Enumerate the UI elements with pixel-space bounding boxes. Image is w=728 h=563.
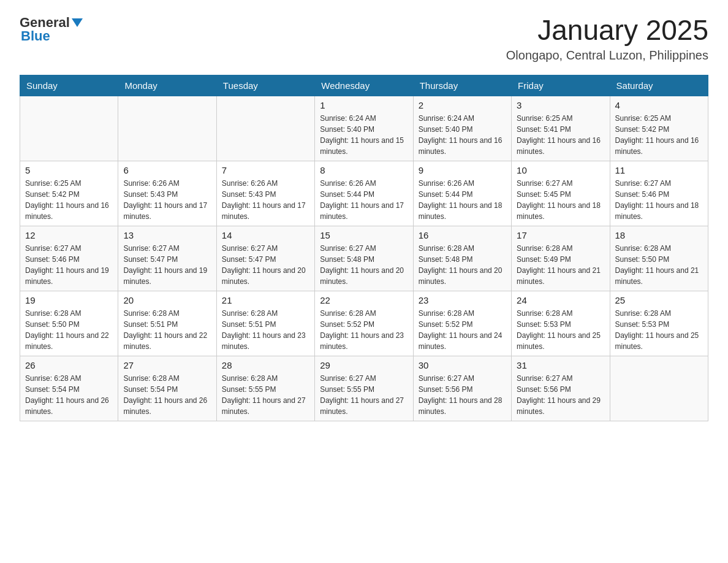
day-info: Sunrise: 6:28 AMSunset: 5:52 PMDaylight:… xyxy=(320,308,408,352)
day-info: Sunrise: 6:26 AMSunset: 5:44 PMDaylight:… xyxy=(419,178,506,222)
calendar-cell: 4Sunrise: 6:25 AMSunset: 5:42 PMDaylight… xyxy=(610,96,708,161)
calendar-header-tuesday: Tuesday xyxy=(216,75,314,96)
day-number: 28 xyxy=(222,360,309,370)
calendar-cell: 30Sunrise: 6:27 AMSunset: 5:56 PMDayligh… xyxy=(413,356,511,421)
day-info: Sunrise: 6:27 AMSunset: 5:47 PMDaylight:… xyxy=(123,243,211,287)
day-info: Sunrise: 6:27 AMSunset: 5:46 PMDaylight:… xyxy=(615,178,703,222)
day-number: 15 xyxy=(320,230,408,240)
calendar-cell: 9Sunrise: 6:26 AMSunset: 5:44 PMDaylight… xyxy=(413,161,511,226)
day-number: 29 xyxy=(320,360,408,370)
calendar-cell: 12Sunrise: 6:27 AMSunset: 5:46 PMDayligh… xyxy=(20,226,118,291)
calendar-cell: 10Sunrise: 6:27 AMSunset: 5:45 PMDayligh… xyxy=(512,161,610,226)
day-number: 23 xyxy=(419,295,506,305)
calendar-table: SundayMondayTuesdayWednesdayThursdayFrid… xyxy=(20,75,708,421)
svg-marker-0 xyxy=(72,18,83,27)
day-number: 7 xyxy=(222,165,309,175)
day-info: Sunrise: 6:28 AMSunset: 5:50 PMDaylight:… xyxy=(25,308,113,352)
calendar-cell xyxy=(118,96,216,161)
day-info: Sunrise: 6:28 AMSunset: 5:53 PMDaylight:… xyxy=(517,308,604,352)
day-info: Sunrise: 6:27 AMSunset: 5:56 PMDaylight:… xyxy=(419,373,506,417)
calendar-cell xyxy=(20,96,118,161)
calendar-cell: 2Sunrise: 6:24 AMSunset: 5:40 PMDaylight… xyxy=(413,96,511,161)
calendar-header-thursday: Thursday xyxy=(413,75,511,96)
day-info: Sunrise: 6:25 AMSunset: 5:41 PMDaylight:… xyxy=(517,113,604,157)
calendar-cell: 7Sunrise: 6:26 AMSunset: 5:43 PMDaylight… xyxy=(216,161,314,226)
day-number: 22 xyxy=(320,295,408,305)
day-number: 11 xyxy=(615,165,703,175)
day-info: Sunrise: 6:27 AMSunset: 5:45 PMDaylight:… xyxy=(517,178,604,222)
day-info: Sunrise: 6:25 AMSunset: 5:42 PMDaylight:… xyxy=(615,113,703,157)
day-number: 16 xyxy=(419,230,506,240)
day-number: 18 xyxy=(615,230,703,240)
day-info: Sunrise: 6:28 AMSunset: 5:53 PMDaylight:… xyxy=(615,308,703,352)
logo: General Blue xyxy=(20,15,83,44)
calendar-week-row: 1Sunrise: 6:24 AMSunset: 5:40 PMDaylight… xyxy=(20,96,708,161)
calendar-cell: 17Sunrise: 6:28 AMSunset: 5:49 PMDayligh… xyxy=(512,226,610,291)
location-title: Olongapo, Central Luzon, Philippines xyxy=(506,48,708,63)
day-info: Sunrise: 6:26 AMSunset: 5:43 PMDaylight:… xyxy=(123,178,211,222)
day-info: Sunrise: 6:28 AMSunset: 5:50 PMDaylight:… xyxy=(615,243,703,287)
title-area: January 2025 Olongapo, Central Luzon, Ph… xyxy=(506,15,708,63)
month-title: January 2025 xyxy=(506,15,708,46)
day-number: 26 xyxy=(25,360,113,370)
day-info: Sunrise: 6:28 AMSunset: 5:51 PMDaylight:… xyxy=(222,308,309,352)
day-number: 30 xyxy=(419,360,506,370)
day-number: 19 xyxy=(25,295,113,305)
day-info: Sunrise: 6:27 AMSunset: 5:46 PMDaylight:… xyxy=(25,243,113,287)
calendar-cell xyxy=(216,96,314,161)
day-info: Sunrise: 6:28 AMSunset: 5:49 PMDaylight:… xyxy=(517,243,604,287)
calendar-cell: 19Sunrise: 6:28 AMSunset: 5:50 PMDayligh… xyxy=(20,291,118,356)
calendar-cell: 24Sunrise: 6:28 AMSunset: 5:53 PMDayligh… xyxy=(512,291,610,356)
day-number: 6 xyxy=(123,165,211,175)
calendar-cell: 25Sunrise: 6:28 AMSunset: 5:53 PMDayligh… xyxy=(610,291,708,356)
calendar-cell: 29Sunrise: 6:27 AMSunset: 5:55 PMDayligh… xyxy=(315,356,413,421)
calendar-cell: 11Sunrise: 6:27 AMSunset: 5:46 PMDayligh… xyxy=(610,161,708,226)
day-info: Sunrise: 6:28 AMSunset: 5:48 PMDaylight:… xyxy=(419,243,506,287)
calendar-week-row: 12Sunrise: 6:27 AMSunset: 5:46 PMDayligh… xyxy=(20,226,708,291)
calendar-header-saturday: Saturday xyxy=(610,75,708,96)
calendar-header-friday: Friday xyxy=(512,75,610,96)
calendar-cell: 6Sunrise: 6:26 AMSunset: 5:43 PMDaylight… xyxy=(118,161,216,226)
calendar-cell: 1Sunrise: 6:24 AMSunset: 5:40 PMDaylight… xyxy=(315,96,413,161)
day-info: Sunrise: 6:27 AMSunset: 5:48 PMDaylight:… xyxy=(320,243,408,287)
day-number: 8 xyxy=(320,165,408,175)
day-info: Sunrise: 6:26 AMSunset: 5:43 PMDaylight:… xyxy=(222,178,309,222)
day-number: 27 xyxy=(123,360,211,370)
day-number: 9 xyxy=(419,165,506,175)
calendar-header-sunday: Sunday xyxy=(20,75,118,96)
day-number: 4 xyxy=(615,100,703,110)
calendar-cell: 5Sunrise: 6:25 AMSunset: 5:42 PMDaylight… xyxy=(20,161,118,226)
day-number: 17 xyxy=(517,230,604,240)
calendar-header-monday: Monday xyxy=(118,75,216,96)
calendar-cell: 8Sunrise: 6:26 AMSunset: 5:44 PMDaylight… xyxy=(315,161,413,226)
calendar-cell xyxy=(610,356,708,421)
page-header: General Blue January 2025 Olongapo, Cent… xyxy=(20,15,708,63)
logo-blue-text: Blue xyxy=(21,28,50,44)
day-number: 3 xyxy=(517,100,604,110)
calendar-cell: 18Sunrise: 6:28 AMSunset: 5:50 PMDayligh… xyxy=(610,226,708,291)
day-number: 2 xyxy=(419,100,506,110)
calendar-week-row: 5Sunrise: 6:25 AMSunset: 5:42 PMDaylight… xyxy=(20,161,708,226)
calendar-cell: 3Sunrise: 6:25 AMSunset: 5:41 PMDaylight… xyxy=(512,96,610,161)
day-number: 13 xyxy=(123,230,211,240)
day-number: 24 xyxy=(517,295,604,305)
day-info: Sunrise: 6:27 AMSunset: 5:47 PMDaylight:… xyxy=(222,243,309,287)
day-info: Sunrise: 6:27 AMSunset: 5:56 PMDaylight:… xyxy=(517,373,604,417)
day-number: 21 xyxy=(222,295,309,305)
calendar-cell: 26Sunrise: 6:28 AMSunset: 5:54 PMDayligh… xyxy=(20,356,118,421)
calendar-cell: 22Sunrise: 6:28 AMSunset: 5:52 PMDayligh… xyxy=(315,291,413,356)
day-info: Sunrise: 6:28 AMSunset: 5:54 PMDaylight:… xyxy=(123,373,211,417)
day-info: Sunrise: 6:28 AMSunset: 5:51 PMDaylight:… xyxy=(123,308,211,352)
calendar-cell: 15Sunrise: 6:27 AMSunset: 5:48 PMDayligh… xyxy=(315,226,413,291)
day-info: Sunrise: 6:24 AMSunset: 5:40 PMDaylight:… xyxy=(320,113,408,157)
calendar-header-wednesday: Wednesday xyxy=(315,75,413,96)
day-number: 12 xyxy=(25,230,113,240)
calendar-cell: 27Sunrise: 6:28 AMSunset: 5:54 PMDayligh… xyxy=(118,356,216,421)
day-info: Sunrise: 6:28 AMSunset: 5:54 PMDaylight:… xyxy=(25,373,113,417)
day-info: Sunrise: 6:24 AMSunset: 5:40 PMDaylight:… xyxy=(419,113,506,157)
day-number: 5 xyxy=(25,165,113,175)
calendar-cell: 21Sunrise: 6:28 AMSunset: 5:51 PMDayligh… xyxy=(216,291,314,356)
day-number: 25 xyxy=(615,295,703,305)
calendar-header-row: SundayMondayTuesdayWednesdayThursdayFrid… xyxy=(20,75,708,96)
calendar-week-row: 26Sunrise: 6:28 AMSunset: 5:54 PMDayligh… xyxy=(20,356,708,421)
